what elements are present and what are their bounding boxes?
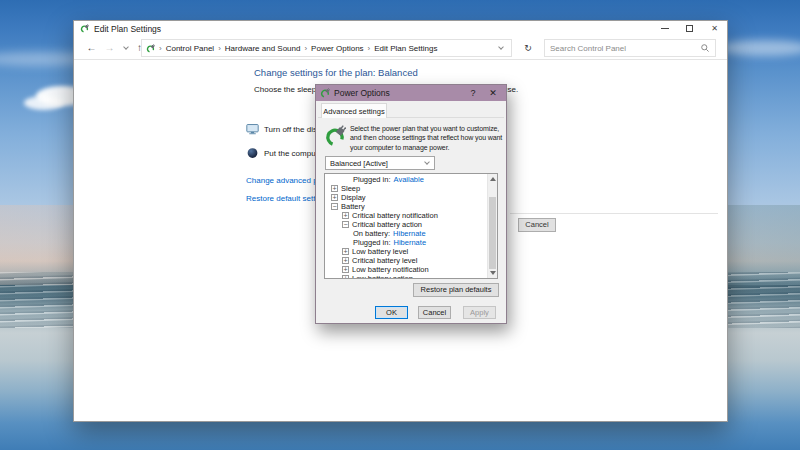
collapse-icon[interactable]: −: [342, 221, 349, 228]
page-title: Change settings for the plan: Balanced: [254, 67, 418, 78]
chevron-down-icon: [424, 159, 430, 165]
maximize-icon: [686, 25, 693, 32]
tree-row[interactable]: Plugged in:Available: [325, 175, 488, 184]
minimize-icon: [661, 28, 669, 29]
minimize-button[interactable]: [652, 21, 677, 36]
tree-row-label: Critical battery action: [352, 220, 422, 229]
tree-row-value[interactable]: Hibernate: [394, 238, 427, 247]
tree-row-label: Low battery level: [352, 247, 408, 256]
address-dropdown-icon[interactable]: [498, 44, 504, 50]
tree-scrollbar[interactable]: [487, 174, 497, 278]
sleep-icon: [246, 147, 259, 159]
dialog-close-button[interactable]: ✕: [486, 85, 500, 101]
refresh-button[interactable]: ↻: [519, 39, 537, 57]
tree-row[interactable]: +Critical battery level: [325, 256, 488, 265]
dialog-description: Select the power plan that you want to c…: [350, 124, 504, 152]
expand-icon[interactable]: +: [342, 275, 349, 279]
tree-row[interactable]: +Low battery level: [325, 247, 488, 256]
chevron-down-icon: [123, 44, 129, 50]
tree-row-label: Display: [341, 193, 366, 202]
power-icon: [320, 88, 330, 98]
cancel-button[interactable]: Cancel: [518, 218, 556, 232]
chevron-right-icon: ›: [159, 44, 162, 53]
cloud: [720, 40, 800, 56]
plan-select-value: Balanced [Active]: [330, 159, 388, 168]
tree-row-label: Plugged in:: [353, 238, 391, 247]
restore-plan-defaults-button[interactable]: Restore plan defaults: [413, 283, 499, 297]
navigation-toolbar: ← → ↑ ›Control Panel›Hardware and Sound›…: [74, 36, 727, 60]
tree-row[interactable]: +Display: [325, 193, 488, 202]
close-button[interactable]: ✕: [702, 21, 727, 36]
breadcrumb-item[interactable]: Power Options: [311, 44, 363, 53]
tree-row-label: On battery:: [353, 229, 390, 238]
tree-row-label: Low battery notification: [352, 265, 429, 274]
collapse-icon[interactable]: −: [331, 203, 338, 210]
dialog-titlebar[interactable]: Power Options ? ✕: [316, 85, 506, 101]
scroll-down-button[interactable]: [488, 268, 498, 278]
expand-icon[interactable]: +: [342, 248, 349, 255]
triangle-down-icon: [490, 271, 496, 275]
tree-row-label: Plugged in:: [353, 175, 391, 184]
expand-icon[interactable]: +: [342, 266, 349, 273]
power-icon: [146, 44, 155, 53]
tree-row-value[interactable]: Hibernate: [393, 229, 426, 238]
tree-row[interactable]: −Battery: [325, 202, 488, 211]
tree-row[interactable]: −Critical battery action: [325, 220, 488, 229]
expand-icon[interactable]: +: [342, 212, 349, 219]
window-titlebar[interactable]: Edit Plan Settings ✕: [74, 21, 727, 36]
expand-icon[interactable]: +: [331, 185, 338, 192]
back-button[interactable]: ←: [84, 40, 99, 55]
search-placeholder: Search Control Panel: [550, 44, 700, 53]
forward-button[interactable]: →: [102, 40, 117, 55]
settings-tree[interactable]: Plugged in:Available+Sleep+Display−Batte…: [324, 173, 498, 279]
apply-button[interactable]: Apply: [463, 306, 496, 319]
chevron-right-icon: ›: [304, 44, 307, 53]
power-options-dialog: Power Options ? ✕ Advanced settings Sele…: [315, 84, 507, 324]
cloud: [24, 96, 64, 110]
maximize-button[interactable]: [677, 21, 702, 36]
triangle-up-icon: [490, 177, 496, 181]
dialog-cancel-button[interactable]: Cancel: [418, 306, 451, 319]
chevron-right-icon: ›: [368, 44, 371, 53]
recent-pages-button[interactable]: [118, 40, 133, 55]
search-icon: [700, 43, 710, 53]
expand-icon[interactable]: +: [331, 194, 338, 201]
dialog-title: Power Options: [334, 88, 390, 98]
scrollbar-thumb[interactable]: [489, 197, 496, 269]
ok-button[interactable]: OK: [375, 306, 408, 319]
tree-row[interactable]: +Low battery notification: [325, 265, 488, 274]
content-divider: [510, 213, 718, 214]
tree-row-label: Battery: [341, 202, 365, 211]
tree-row[interactable]: Plugged in:Hibernate: [325, 238, 488, 247]
breadcrumb-item[interactable]: Hardware and Sound: [225, 44, 301, 53]
expand-icon[interactable]: +: [342, 257, 349, 264]
tree-row[interactable]: +Sleep: [325, 184, 488, 193]
tree-row[interactable]: +Critical battery notification: [325, 211, 488, 220]
tree-row[interactable]: On battery:Hibernate: [325, 229, 488, 238]
tree-row-label: Low battery action: [352, 274, 413, 279]
help-button[interactable]: ?: [466, 85, 480, 101]
close-icon: ✕: [711, 25, 718, 33]
tab-advanced-settings[interactable]: Advanced settings: [321, 103, 387, 118]
window-title: Edit Plan Settings: [94, 24, 161, 34]
tree-row-value[interactable]: Available: [394, 175, 424, 184]
search-input[interactable]: Search Control Panel: [544, 39, 716, 57]
tree-row-label: Critical battery notification: [352, 211, 438, 220]
breadcrumb[interactable]: ›Control Panel›Hardware and Sound›Power …: [141, 39, 512, 57]
power-icon: [80, 24, 89, 33]
breadcrumb-item[interactable]: Control Panel: [166, 44, 214, 53]
scroll-up-button[interactable]: [488, 174, 498, 184]
tree-row-label: Sleep: [341, 184, 360, 193]
tree-row-label: Critical battery level: [352, 256, 417, 265]
display-icon: [246, 123, 259, 135]
plan-select-dropdown[interactable]: Balanced [Active]: [325, 156, 435, 170]
breadcrumb-item[interactable]: Edit Plan Settings: [374, 44, 437, 53]
chevron-right-icon: ›: [218, 44, 221, 53]
tree-row[interactable]: +Low battery action: [325, 274, 488, 279]
power-plan-icon: [324, 125, 346, 147]
